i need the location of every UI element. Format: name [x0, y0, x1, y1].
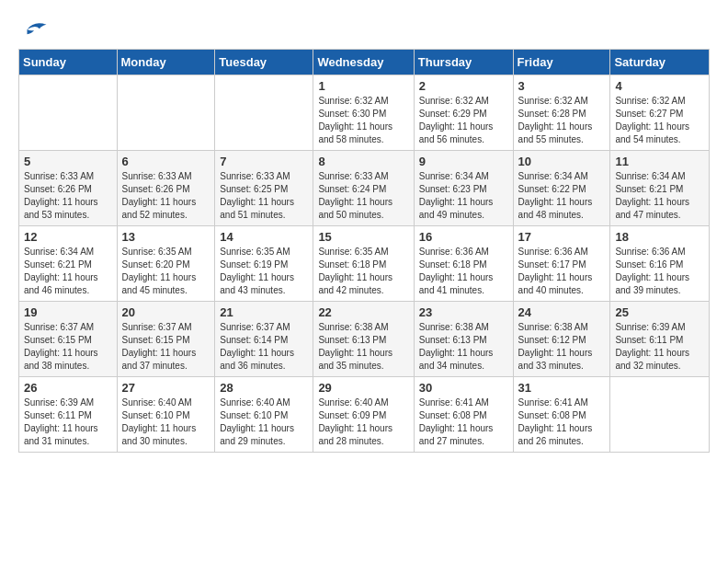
day-info: Sunrise: 6:35 AM Sunset: 6:18 PM Dayligh…: [318, 246, 408, 297]
day-number: 31: [518, 381, 606, 395]
day-info: Sunrise: 6:33 AM Sunset: 6:26 PM Dayligh…: [122, 170, 210, 222]
day-number: 1: [318, 79, 408, 93]
day-number: 18: [615, 230, 704, 244]
day-number: 29: [318, 381, 408, 395]
day-number: 21: [220, 305, 308, 319]
day-number: 11: [615, 155, 704, 168]
calendar-cell: 7Sunrise: 6:33 AM Sunset: 6:25 PM Daylig…: [215, 151, 313, 226]
calendar-cell: 20Sunrise: 6:37 AM Sunset: 6:15 PM Dayli…: [117, 302, 215, 377]
weekday-header: Friday: [513, 50, 610, 75]
day-info: Sunrise: 6:35 AM Sunset: 6:20 PM Dayligh…: [122, 246, 210, 297]
day-number: 20: [122, 305, 210, 319]
day-number: 9: [419, 155, 508, 168]
day-number: 5: [24, 155, 112, 168]
day-info: Sunrise: 6:36 AM Sunset: 6:17 PM Dayligh…: [518, 246, 606, 297]
day-number: 14: [220, 230, 308, 244]
calendar-cell: 26Sunrise: 6:39 AM Sunset: 6:11 PM Dayli…: [19, 377, 118, 453]
weekday-header: Wednesday: [313, 50, 414, 75]
day-info: Sunrise: 6:32 AM Sunset: 6:28 PM Dayligh…: [518, 95, 606, 146]
calendar-cell: 21Sunrise: 6:37 AM Sunset: 6:14 PM Dayli…: [215, 302, 313, 377]
calendar-cell: [117, 75, 215, 151]
day-number: 25: [615, 305, 704, 319]
calendar-cell: 15Sunrise: 6:35 AM Sunset: 6:18 PM Dayli…: [313, 226, 414, 302]
day-info: Sunrise: 6:32 AM Sunset: 6:27 PM Dayligh…: [615, 95, 704, 146]
day-number: 15: [318, 230, 408, 244]
day-info: Sunrise: 6:33 AM Sunset: 6:26 PM Dayligh…: [24, 170, 112, 222]
calendar-cell: 19Sunrise: 6:37 AM Sunset: 6:15 PM Dayli…: [19, 302, 118, 377]
day-number: 30: [419, 381, 508, 395]
day-info: Sunrise: 6:32 AM Sunset: 6:29 PM Dayligh…: [419, 95, 508, 146]
day-info: Sunrise: 6:41 AM Sunset: 6:08 PM Dayligh…: [518, 396, 606, 448]
calendar-cell: 4Sunrise: 6:32 AM Sunset: 6:27 PM Daylig…: [610, 75, 710, 151]
day-number: 17: [518, 230, 606, 244]
calendar-cell: [610, 377, 710, 453]
day-info: Sunrise: 6:34 AM Sunset: 6:21 PM Dayligh…: [24, 246, 112, 297]
calendar-cell: 2Sunrise: 6:32 AM Sunset: 6:29 PM Daylig…: [414, 75, 513, 151]
day-number: 26: [24, 381, 112, 395]
calendar-week-row: 12Sunrise: 6:34 AM Sunset: 6:21 PM Dayli…: [19, 226, 710, 302]
logo-bird-icon: [20, 18, 48, 37]
weekday-header: Tuesday: [215, 50, 313, 75]
day-number: 7: [220, 155, 308, 168]
day-number: 6: [122, 155, 210, 168]
day-info: Sunrise: 6:38 AM Sunset: 6:12 PM Dayligh…: [518, 321, 606, 373]
day-info: Sunrise: 6:39 AM Sunset: 6:11 PM Dayligh…: [615, 321, 704, 373]
day-info: Sunrise: 6:34 AM Sunset: 6:23 PM Dayligh…: [419, 170, 508, 222]
day-info: Sunrise: 6:34 AM Sunset: 6:22 PM Dayligh…: [518, 170, 606, 222]
day-info: Sunrise: 6:39 AM Sunset: 6:11 PM Dayligh…: [24, 396, 112, 448]
weekday-header-row: SundayMondayTuesdayWednesdayThursdayFrid…: [19, 50, 710, 75]
day-number: 28: [220, 381, 308, 395]
day-info: Sunrise: 6:35 AM Sunset: 6:19 PM Dayligh…: [220, 246, 308, 297]
day-info: Sunrise: 6:32 AM Sunset: 6:30 PM Dayligh…: [318, 95, 408, 146]
day-info: Sunrise: 6:33 AM Sunset: 6:24 PM Dayligh…: [318, 170, 408, 222]
calendar-week-row: 5Sunrise: 6:33 AM Sunset: 6:26 PM Daylig…: [19, 151, 710, 226]
calendar-week-row: 1Sunrise: 6:32 AM Sunset: 6:30 PM Daylig…: [19, 75, 710, 151]
calendar-week-row: 19Sunrise: 6:37 AM Sunset: 6:15 PM Dayli…: [19, 302, 710, 377]
calendar-cell: 24Sunrise: 6:38 AM Sunset: 6:12 PM Dayli…: [513, 302, 610, 377]
calendar-cell: 1Sunrise: 6:32 AM Sunset: 6:30 PM Daylig…: [313, 75, 414, 151]
calendar-cell: 3Sunrise: 6:32 AM Sunset: 6:28 PM Daylig…: [513, 75, 610, 151]
calendar-cell: [215, 75, 313, 151]
day-number: 16: [419, 230, 508, 244]
day-number: 19: [24, 305, 112, 319]
day-number: 13: [122, 230, 210, 244]
day-info: Sunrise: 6:38 AM Sunset: 6:13 PM Dayligh…: [419, 321, 508, 373]
calendar-cell: 23Sunrise: 6:38 AM Sunset: 6:13 PM Dayli…: [414, 302, 513, 377]
calendar-cell: 29Sunrise: 6:40 AM Sunset: 6:09 PM Dayli…: [313, 377, 414, 453]
day-info: Sunrise: 6:41 AM Sunset: 6:08 PM Dayligh…: [419, 396, 508, 448]
calendar-cell: 22Sunrise: 6:38 AM Sunset: 6:13 PM Dayli…: [313, 302, 414, 377]
weekday-header: Monday: [117, 50, 215, 75]
calendar-cell: 18Sunrise: 6:36 AM Sunset: 6:16 PM Dayli…: [610, 226, 710, 302]
day-info: Sunrise: 6:40 AM Sunset: 6:09 PM Dayligh…: [318, 396, 408, 448]
calendar-cell: 6Sunrise: 6:33 AM Sunset: 6:26 PM Daylig…: [117, 151, 215, 226]
day-number: 27: [122, 381, 210, 395]
calendar-cell: 10Sunrise: 6:34 AM Sunset: 6:22 PM Dayli…: [513, 151, 610, 226]
day-number: 3: [518, 79, 606, 93]
day-number: 8: [318, 155, 408, 168]
calendar-cell: 14Sunrise: 6:35 AM Sunset: 6:19 PM Dayli…: [215, 226, 313, 302]
calendar-cell: 17Sunrise: 6:36 AM Sunset: 6:17 PM Dayli…: [513, 226, 610, 302]
day-number: 4: [615, 79, 704, 93]
day-info: Sunrise: 6:37 AM Sunset: 6:15 PM Dayligh…: [24, 321, 112, 373]
day-number: 24: [518, 305, 606, 319]
calendar-cell: 30Sunrise: 6:41 AM Sunset: 6:08 PM Dayli…: [414, 377, 513, 453]
calendar-cell: 28Sunrise: 6:40 AM Sunset: 6:10 PM Dayli…: [215, 377, 313, 453]
calendar-week-row: 26Sunrise: 6:39 AM Sunset: 6:11 PM Dayli…: [19, 377, 710, 453]
weekday-header: Saturday: [610, 50, 710, 75]
calendar-cell: 12Sunrise: 6:34 AM Sunset: 6:21 PM Dayli…: [19, 226, 118, 302]
day-info: Sunrise: 6:38 AM Sunset: 6:13 PM Dayligh…: [318, 321, 408, 373]
day-info: Sunrise: 6:33 AM Sunset: 6:25 PM Dayligh…: [220, 170, 308, 222]
calendar-cell: [19, 75, 118, 151]
day-info: Sunrise: 6:40 AM Sunset: 6:10 PM Dayligh…: [122, 396, 210, 448]
logo: [18, 18, 48, 41]
calendar-cell: 16Sunrise: 6:36 AM Sunset: 6:18 PM Dayli…: [414, 226, 513, 302]
day-number: 23: [419, 305, 508, 319]
calendar-table: SundayMondayTuesdayWednesdayThursdayFrid…: [18, 49, 710, 453]
calendar-cell: 27Sunrise: 6:40 AM Sunset: 6:10 PM Dayli…: [117, 377, 215, 453]
day-info: Sunrise: 6:37 AM Sunset: 6:14 PM Dayligh…: [220, 321, 308, 373]
calendar-cell: 8Sunrise: 6:33 AM Sunset: 6:24 PM Daylig…: [313, 151, 414, 226]
day-number: 10: [518, 155, 606, 168]
day-info: Sunrise: 6:37 AM Sunset: 6:15 PM Dayligh…: [122, 321, 210, 373]
calendar-cell: 25Sunrise: 6:39 AM Sunset: 6:11 PM Dayli…: [610, 302, 710, 377]
calendar-cell: 31Sunrise: 6:41 AM Sunset: 6:08 PM Dayli…: [513, 377, 610, 453]
